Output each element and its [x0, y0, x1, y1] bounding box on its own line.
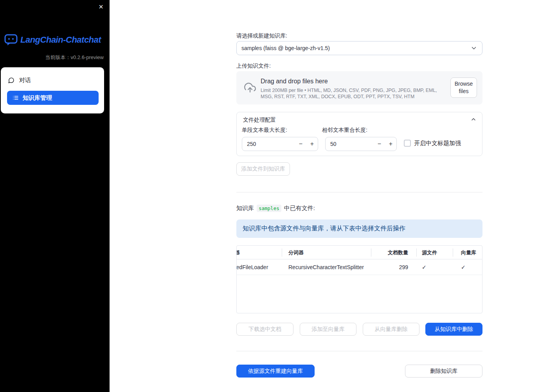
overlap-size-label: 相邻文本重合长度: [322, 127, 367, 134]
sidebar-item-dialogue[interactable]: 对话 [8, 73, 31, 88]
dropzone-limit-text: Limit 200MB per file • HTML, MD, JSON, C… [261, 87, 448, 100]
close-icon[interactable]: × [95, 1, 106, 12]
chat-bubble-icon [8, 77, 14, 84]
chunk-size-value: 250 [242, 141, 295, 147]
zh-title-enhance-checkbox[interactable] [404, 140, 411, 147]
column-separator [282, 248, 282, 257]
table-row[interactable]: UnstructuredFileLoader RecursiveCharacte… [237, 259, 482, 275]
kb-files-heading: 知识库 samples 中已有文件: [236, 205, 315, 212]
table-header: 文档加载器 分词器 文档数量 源文件 向量库 [237, 246, 482, 259]
cloud-upload-icon [244, 82, 256, 94]
kb-select-value: samples (faiss @ bge-large-zh-v1.5) [241, 45, 470, 51]
cell-doc-count: 299 [371, 259, 408, 275]
upload-label: 上传知识文件: [236, 63, 271, 70]
kb-files-suffix: 中已有文件: [284, 205, 315, 212]
plus-button[interactable]: + [385, 137, 396, 151]
column-header-source-file[interactable]: 源文件 [422, 246, 437, 259]
column-header-loader[interactable]: 文档加载器 [237, 246, 282, 259]
add-to-vector-store-button[interactable]: 添加至向量库 [300, 323, 356, 336]
app-logo: LangChain-Chatchat [4, 34, 101, 46]
version-label: 当前版本：v0.2.6-preview [45, 54, 104, 61]
zh-title-enhance-label: 开启中文标题加强 [414, 140, 461, 147]
minus-button[interactable]: − [295, 137, 306, 151]
delete-kb-button[interactable]: 删除知识库 [405, 365, 482, 378]
cell-splitter: RecursiveCharacterTextSplitter [288, 259, 364, 275]
file-config-expander: 文件处理配置 单段文本最大长度: 相邻文本重合长度: 250 − + 50 − … [236, 112, 482, 156]
cell-loader: UnstructuredFileLoader [237, 259, 282, 275]
kb-select[interactable]: samples (faiss @ bge-large-zh-v1.5) [236, 41, 482, 55]
chat-logo-icon [4, 34, 18, 46]
plus-button[interactable]: + [306, 137, 318, 151]
column-separator [453, 248, 453, 257]
kb-name-code: samples [257, 205, 281, 212]
list-icon [13, 95, 19, 101]
sidebar-item-knowledge-base[interactable]: 知识库管理 [7, 91, 99, 105]
divider [236, 192, 482, 192]
chunk-size-label: 单段文本最大长度: [242, 127, 287, 134]
app-title: LangChain-Chatchat [20, 35, 101, 45]
cell-vector-store-check: ✓ [461, 259, 466, 275]
sidebar-nav-card: 对话 知识库管理 [1, 67, 104, 113]
info-banner: 知识库中包含源文件与向量库，请从下表中选择文件后操作 [236, 219, 482, 238]
chevron-down-icon [470, 45, 477, 52]
sidebar-item-label: 对话 [19, 77, 31, 84]
delete-from-vector-store-button[interactable]: 从向量库删除 [363, 323, 419, 336]
column-header-vector-store[interactable]: 向量库 [461, 246, 476, 259]
kb-select-label: 请选择或新建知识库: [236, 32, 287, 40]
expander-title[interactable]: 文件处理配置 [243, 117, 276, 124]
dropzone-title: Drag and drop files here [261, 78, 328, 85]
sidebar: × LangChain-Chatchat 当前版本：v0.2.6-preview… [0, 0, 110, 392]
overlap-size-input[interactable]: 50 − + [325, 137, 397, 151]
kb-files-prefix: 知识库 [236, 205, 254, 212]
column-header-doc-count[interactable]: 文档数量 [371, 246, 408, 259]
overlap-size-value: 50 [326, 141, 374, 147]
column-header-splitter[interactable]: 分词器 [288, 246, 304, 259]
download-selected-button[interactable]: 下载选中文档 [236, 323, 293, 336]
chevron-up-icon[interactable] [470, 116, 477, 122]
minus-button[interactable]: − [374, 137, 385, 151]
kb-files-table: 文档加载器 分词器 文档数量 源文件 向量库 UnstructuredFileL… [236, 245, 482, 313]
divider [236, 351, 482, 351]
cell-source-file-check: ✓ [422, 259, 427, 275]
rebuild-vector-store-button[interactable]: 依据源文件重建向量库 [236, 365, 315, 378]
delete-from-kb-button[interactable]: 从知识库中删除 [425, 323, 482, 336]
browse-files-button[interactable]: Browse files [450, 77, 477, 98]
sidebar-item-label: 知识库管理 [23, 94, 52, 102]
file-dropzone[interactable]: Drag and drop files here Limit 200MB per… [236, 71, 482, 104]
chunk-size-input[interactable]: 250 − + [242, 137, 318, 151]
column-separator [416, 248, 417, 257]
add-files-button[interactable]: 添加文件到知识库 [236, 162, 290, 176]
info-text: 知识库中包含源文件与向量库，请从下表中选择文件后操作 [243, 225, 405, 233]
